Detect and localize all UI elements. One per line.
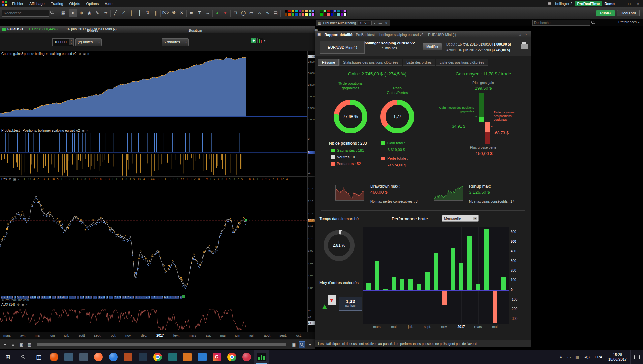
quantity-stepper[interactable]: 100000 ▴ ▾ bbox=[52, 38, 74, 46]
performance-period-select[interactable]: Mensuelle ▾ bbox=[442, 215, 479, 222]
report-title-tab[interactable]: ProBacktest bbox=[356, 33, 375, 37]
rectangle-icon[interactable]: ▭ bbox=[247, 9, 255, 17]
search-icon[interactable] bbox=[591, 20, 596, 25]
minimize-button[interactable]: — bbox=[617, 2, 623, 6]
dark-app-icon[interactable] bbox=[135, 350, 150, 364]
tab-statistiques-des-positions-cl-tur-es[interactable]: Statistiques des positions clôturées bbox=[339, 59, 402, 66]
workspace-grid-icon[interactable]: ▦ bbox=[547, 1, 553, 6]
text-icon[interactable]: T bbox=[195, 9, 204, 17]
color-swatch[interactable] bbox=[298, 10, 301, 13]
order-levels-icon[interactable]: ⇅ bbox=[144, 9, 152, 17]
proorder-close-icon[interactable]: × bbox=[385, 21, 388, 25]
pane-settings-icon[interactable]: ⚙ bbox=[78, 52, 81, 56]
channel-icon[interactable]: ∥ bbox=[152, 9, 160, 17]
pointer-icon[interactable]: ➤ bbox=[69, 9, 77, 17]
stepper-up-icon[interactable]: ▴ bbox=[69, 39, 73, 42]
proorder-autotrading-tab[interactable]: ▦ ProOrder AutoTrading XEST1 ▾ — × bbox=[316, 20, 390, 26]
vertical-line-icon[interactable]: ╂ bbox=[135, 9, 144, 17]
preferences-menu[interactable]: Préférences ▾ bbox=[618, 20, 640, 24]
orders-settings-icon[interactable]: ⚙ bbox=[87, 28, 90, 33]
stepper-arrows[interactable]: ▴ ▾ bbox=[69, 39, 73, 45]
chart-layout-icon[interactable]: ▣ bbox=[18, 341, 25, 348]
color-swatch[interactable] bbox=[292, 10, 295, 13]
color-swatch[interactable] bbox=[327, 13, 330, 16]
pane-close-icon[interactable]: × bbox=[87, 52, 89, 56]
color-swatch[interactable] bbox=[340, 13, 343, 16]
tab-liste-des-positions-cl-tur-es[interactable]: Liste des positions clôturées bbox=[436, 59, 488, 66]
add-icon[interactable]: + bbox=[251, 38, 256, 43]
pane-settings-icon[interactable]: ⚙ bbox=[9, 178, 11, 181]
measure-icon[interactable]: ✕ bbox=[178, 9, 186, 17]
unit-selector[interactable]: (x) unités ▾ bbox=[75, 38, 102, 46]
close-button[interactable]: × bbox=[635, 2, 641, 6]
ray-line-icon[interactable]: ⟋ bbox=[119, 9, 127, 17]
pencil-icon[interactable]: ✎ bbox=[93, 9, 101, 17]
print-icon[interactable] bbox=[521, 44, 528, 49]
notepad-icon[interactable] bbox=[76, 350, 91, 364]
eraser-icon[interactable]: ▱ bbox=[101, 9, 110, 17]
menu-affichage[interactable]: Affichage bbox=[27, 1, 48, 6]
ellipse-icon[interactable]: ◯ bbox=[239, 9, 247, 17]
color-swatch[interactable] bbox=[308, 10, 311, 13]
tab-liste-des-ordres[interactable]: Liste des ordres bbox=[403, 59, 435, 66]
chart-h-scrollbar[interactable] bbox=[37, 343, 286, 346]
color-swatch[interactable] bbox=[298, 13, 301, 16]
report-minimize-button[interactable]: — bbox=[511, 33, 516, 36]
report-title-tab[interactable]: EUR/USD Mini (-) bbox=[428, 33, 456, 37]
tools-icon[interactable]: ⚒ bbox=[170, 9, 178, 17]
timeframe-selector[interactable]: 5 minutes ▾ bbox=[162, 38, 189, 46]
color-swatch[interactable] bbox=[285, 10, 288, 13]
indicator-icon[interactable]: ▤ bbox=[272, 9, 280, 17]
color-swatch[interactable] bbox=[327, 10, 330, 13]
taskbar-search-button[interactable] bbox=[16, 350, 31, 364]
menu-aide[interactable]: Aide bbox=[102, 1, 115, 6]
chevron-down-icon[interactable]: ▾ bbox=[264, 39, 265, 42]
orange-app-icon[interactable] bbox=[180, 350, 195, 364]
position-settings-icon[interactable]: ⚙ bbox=[189, 28, 192, 33]
instrument-tab[interactable]: EUR/USD Mini (-) bbox=[320, 41, 365, 54]
notification-center-button[interactable] bbox=[630, 350, 643, 364]
color-swatch[interactable] bbox=[330, 10, 333, 13]
instagram-icon[interactable] bbox=[210, 350, 224, 364]
color-swatch[interactable] bbox=[324, 10, 327, 13]
color-swatch[interactable] bbox=[334, 10, 337, 13]
push-button[interactable]: Push+ bbox=[596, 10, 615, 16]
zoom-tool-icon[interactable] bbox=[299, 341, 305, 348]
color-swatch[interactable] bbox=[320, 10, 323, 13]
pane-close-icon[interactable]: × bbox=[26, 303, 28, 306]
start-button[interactable]: ⊞ bbox=[0, 350, 16, 364]
new-chart-icon[interactable]: + bbox=[2, 341, 8, 348]
language-indicator[interactable]: FRA bbox=[592, 355, 605, 359]
chrome-canary-icon[interactable] bbox=[224, 350, 239, 364]
media-app-icon[interactable] bbox=[121, 350, 135, 364]
menu-fichier[interactable]: Fichier bbox=[9, 1, 26, 6]
pane-detach-icon[interactable]: ▣ bbox=[13, 178, 16, 181]
browser-blue-icon[interactable] bbox=[106, 350, 121, 364]
search-input[interactable] bbox=[2, 10, 49, 17]
mini-candle-icon[interactable] bbox=[257, 38, 263, 43]
color-swatch[interactable] bbox=[312, 10, 315, 13]
report-maximize-button[interactable]: □ bbox=[517, 33, 522, 36]
forward-icon[interactable]: → bbox=[204, 9, 212, 17]
display-icon[interactable]: ▭ bbox=[565, 355, 573, 359]
color-swatch[interactable] bbox=[292, 13, 295, 16]
report-title-tab[interactable]: bollinger scalping eurusd v2 bbox=[379, 33, 423, 37]
taskbar-clock[interactable]: 15:28 18/06/2017 bbox=[605, 352, 630, 362]
sell-arrow-icon[interactable]: ▼ bbox=[221, 9, 229, 17]
chrome-icon[interactable] bbox=[150, 350, 165, 364]
firefox-dev-icon[interactable] bbox=[91, 350, 106, 364]
quick-search-input[interactable] bbox=[532, 20, 590, 26]
color-swatch[interactable] bbox=[308, 13, 311, 16]
color-swatch[interactable] bbox=[295, 13, 298, 16]
prorealtime-icon[interactable] bbox=[254, 350, 269, 364]
proorder-account-selector[interactable]: XEST1 bbox=[358, 21, 372, 25]
volume-icon[interactable]: ◄)) bbox=[581, 355, 592, 359]
stepper-down-icon[interactable]: ▾ bbox=[69, 42, 73, 45]
chevron-down-icon[interactable]: ▾ bbox=[307, 341, 313, 348]
color-swatch[interactable] bbox=[337, 10, 340, 13]
menu-options[interactable]: Options bbox=[83, 1, 101, 6]
color-swatch[interactable] bbox=[324, 13, 327, 16]
scrollbar-thumb[interactable] bbox=[37, 343, 286, 346]
pane-close-icon[interactable]: × bbox=[86, 129, 88, 132]
tab-r-sum-[interactable]: Résumé bbox=[318, 59, 339, 66]
